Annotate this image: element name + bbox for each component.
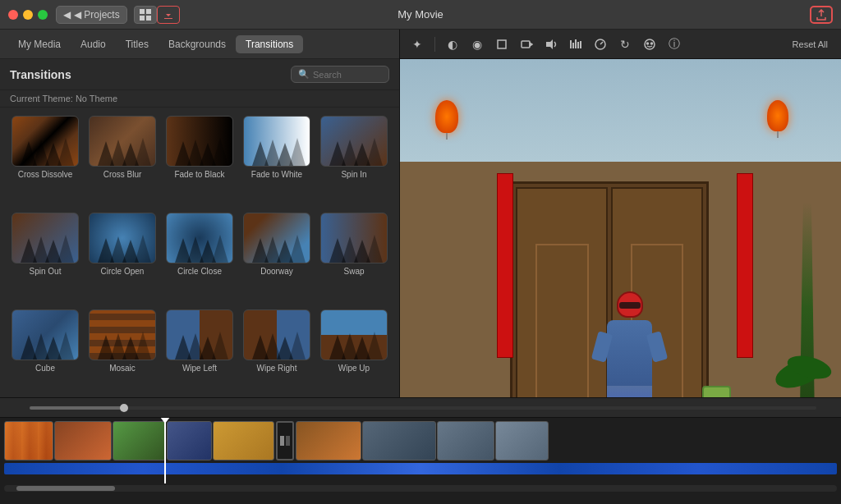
transition-item-mosaic[interactable]: Mosaic xyxy=(87,309,158,400)
video-track xyxy=(0,418,841,463)
transition-label-doorway: Doorway xyxy=(260,267,292,276)
content-header: Transitions 🔍 xyxy=(0,59,399,90)
transition-label-fade-white: Fade to White xyxy=(251,170,302,179)
transition-item-cube[interactable]: Cube xyxy=(10,309,80,400)
transition-item-fade-white[interactable]: Fade to White xyxy=(241,116,312,206)
transition-item-wipe-up[interactable]: Wipe Up xyxy=(319,309,389,400)
face-detection-icon[interactable] xyxy=(641,35,659,53)
search-box[interactable]: 🔍 xyxy=(291,66,389,83)
svg-point-17 xyxy=(651,43,653,44)
svg-point-15 xyxy=(645,39,655,49)
tab-transitions[interactable]: Transitions xyxy=(236,35,303,53)
share-button[interactable] xyxy=(810,6,833,24)
speed-icon[interactable] xyxy=(591,35,609,53)
svg-marker-7 xyxy=(546,39,553,49)
transition-item-fade-black[interactable]: Fade to Black xyxy=(164,116,235,206)
clip-segment[interactable] xyxy=(54,421,112,460)
rotate-icon[interactable]: ↻ xyxy=(616,35,634,53)
svg-line-14 xyxy=(600,42,603,44)
svg-rect-1 xyxy=(146,9,151,14)
color-balance-icon[interactable]: ◐ xyxy=(443,35,462,53)
close-button[interactable] xyxy=(8,10,18,20)
svg-rect-9 xyxy=(572,43,574,48)
transition-thumbnail-doorway xyxy=(243,213,310,263)
svg-marker-6 xyxy=(530,43,532,46)
search-icon: 🔍 xyxy=(298,69,310,80)
projects-button[interactable]: ◀ ◀ Projects xyxy=(56,6,127,24)
transition-item-circle-close[interactable]: Circle Close xyxy=(164,213,235,303)
svg-rect-8 xyxy=(570,40,572,48)
transition-thumbnail-spin-out xyxy=(11,213,79,263)
transition-label-cube: Cube xyxy=(35,364,55,373)
tab-audio[interactable]: Audio xyxy=(71,35,116,53)
transition-label-spin-in: Spin In xyxy=(341,170,366,179)
thumb-overlay xyxy=(167,133,232,166)
clip-segment[interactable] xyxy=(437,421,494,460)
transition-thumbnail-mosaic xyxy=(89,309,156,360)
transition-item-wipe-left[interactable]: Wipe Left xyxy=(164,309,235,400)
timeline-scrollbar[interactable] xyxy=(4,485,837,492)
timeline-area xyxy=(0,397,841,504)
maximize-button[interactable] xyxy=(38,10,48,20)
transition-item-spin-out[interactable]: Spin Out xyxy=(10,213,80,303)
magic-wand-icon[interactable]: ✦ xyxy=(408,35,426,53)
volume-icon[interactable] xyxy=(542,35,560,53)
svg-rect-11 xyxy=(577,42,579,48)
transition-item-swap[interactable]: Swap xyxy=(319,213,389,303)
clip-segment[interactable] xyxy=(167,421,212,460)
theme-label: Current Theme: No Theme xyxy=(0,90,399,108)
transition-label-wipe-left: Wipe Left xyxy=(182,364,217,373)
transition-item-circle-open[interactable]: Circle Open xyxy=(87,213,158,303)
thumb-overlay xyxy=(12,230,78,263)
timeline-ruler xyxy=(0,398,841,418)
split-marker[interactable] xyxy=(276,421,294,460)
clip-segment[interactable] xyxy=(213,421,274,460)
transition-thumbnail-cross-blur xyxy=(89,116,156,167)
crop-icon[interactable] xyxy=(493,35,511,53)
grid-view-button[interactable] xyxy=(134,6,157,24)
minimize-button[interactable] xyxy=(23,10,33,20)
audio-track xyxy=(4,463,837,474)
transition-label-circle-close: Circle Close xyxy=(177,267,222,276)
scrollbar-thumb[interactable] xyxy=(16,486,115,491)
tab-my-media[interactable]: My Media xyxy=(8,35,71,53)
clip-segment[interactable] xyxy=(296,421,361,460)
tab-backgrounds[interactable]: Backgrounds xyxy=(159,35,236,53)
thumb-overlay xyxy=(167,327,232,360)
camera-stabilization-icon[interactable] xyxy=(517,35,535,53)
clip-segment[interactable] xyxy=(495,421,549,460)
transition-label-cross-blur: Cross Blur xyxy=(103,170,142,179)
reset-all-button[interactable]: Reset All xyxy=(788,37,833,52)
thumb-overlay xyxy=(12,327,78,360)
thumb-overlay xyxy=(321,327,387,360)
transition-thumbnail-cross-dissolve xyxy=(11,116,79,167)
thumb-overlay xyxy=(90,230,155,263)
clip-segment[interactable] xyxy=(362,421,436,460)
svg-rect-19 xyxy=(286,436,290,446)
transition-thumbnail-fade-white xyxy=(243,116,310,167)
equalizer-icon[interactable] xyxy=(567,35,585,53)
transition-thumbnail-wipe-up xyxy=(320,309,388,360)
clip-segment[interactable] xyxy=(113,421,166,460)
import-button[interactable] xyxy=(157,6,180,24)
transition-thumbnail-circle-close xyxy=(166,213,233,263)
tab-titles[interactable]: Titles xyxy=(116,35,159,53)
timeline-track[interactable] xyxy=(0,418,841,483)
transition-label-wipe-right: Wipe Right xyxy=(257,364,297,373)
thumb-overlay xyxy=(321,133,387,166)
timeline-scrubber[interactable] xyxy=(120,404,128,412)
info-icon[interactable]: ⓘ xyxy=(665,35,683,53)
transition-item-spin-in[interactable]: Spin In xyxy=(319,116,389,206)
clip-segment[interactable] xyxy=(4,421,53,460)
color-wheel-icon[interactable]: ◉ xyxy=(468,35,486,53)
transition-item-doorway[interactable]: Doorway xyxy=(241,213,312,303)
svg-rect-10 xyxy=(575,39,577,48)
search-input[interactable] xyxy=(313,70,379,80)
transition-item-cross-dissolve[interactable]: Cross Dissolve xyxy=(10,116,80,206)
svg-rect-5 xyxy=(522,41,530,48)
transition-item-wipe-right[interactable]: Wipe Right xyxy=(241,309,312,400)
traffic-lights xyxy=(8,10,48,20)
transition-item-cross-blur[interactable]: Cross Blur xyxy=(87,116,158,206)
panel-title: Transitions xyxy=(10,68,71,81)
window-title: My Movie xyxy=(398,8,443,21)
